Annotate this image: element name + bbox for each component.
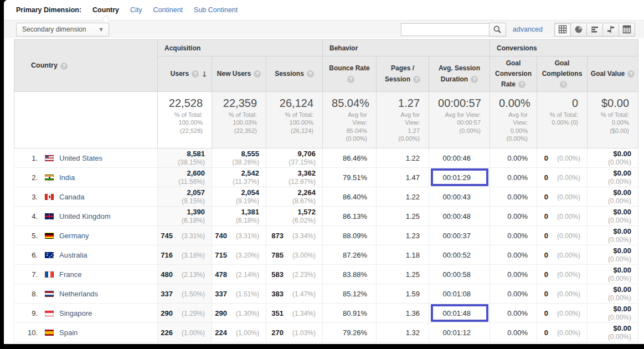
advanced-search-link[interactable]: advanced: [513, 25, 543, 33]
help-icon[interactable]: ?: [307, 70, 314, 78]
primary-dimension-sub-continent[interactable]: Sub Continent: [194, 6, 238, 14]
bounce-rate-cell: 79.26%: [323, 323, 377, 342]
users-cell: 8,581(38.15%): [158, 148, 212, 168]
country-flag-icon: [45, 291, 54, 297]
goal-completions-cell: 0(0.00%): [537, 304, 588, 323]
help-icon[interactable]: ?: [471, 76, 478, 83]
help-icon[interactable]: ?: [347, 76, 354, 83]
search-input[interactable]: [401, 23, 490, 36]
new-users-column-header[interactable]: New Users?: [212, 57, 266, 92]
country-link[interactable]: India: [59, 173, 75, 182]
country-cell: 7. France: [14, 265, 158, 284]
comparison-view-icon: [606, 25, 615, 34]
goal-value-cell: $0.00(0.00%): [588, 284, 638, 304]
performance-view-button[interactable]: [586, 23, 603, 37]
total-cell: 85.04%Avg for View: 85.04% (0.00%): [323, 92, 377, 148]
sessions-cell: 583(2.23%): [266, 265, 323, 284]
total-cell: 26,124% of Total: 100.00% (26,124): [266, 92, 323, 148]
primary-dimension-continent[interactable]: Continent: [153, 6, 183, 14]
goal-conv-rate-cell: 0.00%: [490, 304, 537, 323]
goal-value-cell: $0.00(0.00%): [588, 304, 638, 323]
goal-value-cell: $0.00(0.00%): [588, 168, 638, 187]
table-row: 10. Spain 226(1.00%) 224(1.00%) 270(1.03…: [14, 323, 638, 342]
country-link[interactable]: Singapore: [59, 309, 92, 317]
table-row: 1. United States 8,581(38.15%) 8,555(38.…: [14, 148, 638, 168]
country-flag-icon: [45, 330, 54, 336]
row-rank: 8.: [24, 290, 38, 298]
avg-session-duration-column-header[interactable]: Avg. Session Duration?: [429, 57, 490, 92]
goal-completions-cell: 0(0.00%): [537, 187, 588, 207]
country-link[interactable]: Canada: [59, 193, 85, 201]
table-row: 8. Netherlands 337(1.50%) 337(1.51%) 383…: [14, 284, 638, 304]
users-column-header[interactable]: Users? ↓: [158, 57, 212, 92]
country-link[interactable]: France: [59, 270, 81, 279]
goal-value-column-header[interactable]: Goal Value?: [588, 57, 638, 92]
help-icon[interactable]: ?: [192, 70, 199, 78]
analytics-report-window: Primary Dimension: Country City Continen…: [4, 0, 644, 344]
country-link[interactable]: Netherlands: [59, 290, 98, 298]
duration-highlight-box: [431, 304, 488, 322]
goal-value-cell: $0.00(0.00%): [588, 226, 638, 245]
table-footer: Show rows: 10 ▼ Go to: 1 - 10 of 149 ‹ ›: [4, 342, 644, 344]
view-toggle-group: [555, 23, 635, 37]
goal-conversion-rate-column-header[interactable]: Goal Conversion Rate?: [490, 57, 537, 92]
country-link[interactable]: United Kingdom: [59, 212, 111, 220]
performance-view-icon: [590, 25, 599, 34]
behavior-group-header: Behavior: [323, 40, 490, 57]
avg-duration-cell: 00:00:37: [429, 226, 490, 245]
goal-conv-rate-cell: 0.00%: [490, 226, 537, 245]
pages-session-column-header[interactable]: Pages / Session?: [377, 57, 429, 92]
bounce-rate-column-header[interactable]: Bounce Rate?: [323, 57, 377, 92]
sessions-column-header[interactable]: Sessions?: [266, 57, 323, 92]
help-icon[interactable]: ?: [518, 81, 525, 88]
toolbar-right: advanced: [401, 23, 635, 37]
country-cell: 6. Australia: [14, 245, 158, 265]
help-icon[interactable]: ?: [627, 70, 635, 78]
avg-duration-cell: 00:00:58: [429, 265, 490, 284]
pages-session-cell: 1.47: [377, 168, 429, 187]
goal-completions-cell: 0(0.00%): [537, 148, 588, 168]
table-row: 3. Canada 2,057(9.15%) 2,054(9.19%) 2,26…: [14, 187, 638, 207]
secondary-dimension-button[interactable]: Secondary dimension ▼: [16, 23, 109, 37]
pages-session-cell: 1.22: [377, 187, 429, 207]
goal-completions-column-header[interactable]: Goal Completions?: [537, 57, 588, 92]
table-view-button[interactable]: [554, 23, 571, 37]
primary-dimension-country[interactable]: Country: [92, 6, 119, 14]
percentage-view-button[interactable]: [570, 23, 587, 37]
total-cell: 00:00:57Avg for View: 00:00:57 (0.00%): [429, 92, 490, 148]
totals-country-cell: [14, 92, 158, 148]
country-link[interactable]: Australia: [59, 251, 87, 259]
pages-session-cell: 1.36: [377, 304, 429, 323]
country-flag-icon: [45, 271, 54, 278]
help-icon[interactable]: ?: [560, 81, 567, 88]
table-row: 2. India 2,600(11.56%) 2,542(11.37%) 3,3…: [14, 168, 638, 187]
country-link[interactable]: Spain: [59, 329, 78, 337]
sessions-cell: 270(1.03%): [266, 323, 323, 342]
search-button[interactable]: [489, 23, 506, 37]
bounce-rate-cell: 83.88%: [323, 265, 377, 284]
bounce-rate-cell: 85.12%: [323, 284, 377, 304]
new-users-cell: 8,555(38.26%): [212, 148, 266, 168]
new-users-cell: 715(3.20%): [212, 245, 266, 265]
country-link[interactable]: Germany: [59, 232, 89, 240]
table-body: 1. United States 8,581(38.15%) 8,555(38.…: [14, 148, 638, 342]
new-users-cell: 1,381(6.18%): [212, 207, 266, 226]
country-flag-icon: [45, 174, 54, 181]
report-table-wrap: Country? Acquisition Behavior Conversion…: [4, 38, 644, 342]
help-icon[interactable]: ?: [254, 70, 261, 78]
bounce-rate-cell: 86.46%: [323, 148, 377, 168]
avg-duration-cell: 00:01:08: [429, 284, 490, 304]
country-link[interactable]: United States: [59, 154, 102, 162]
country-flag-icon: [45, 252, 54, 258]
comparison-view-button[interactable]: [602, 23, 619, 37]
table-row: 5. Germany 745(3.31%) 740(3.31%) 873(3.3…: [14, 226, 638, 245]
sessions-cell: 3,362(12.87%): [266, 168, 323, 187]
avg-duration-cell: 00:01:12: [429, 323, 490, 342]
country-cell: 2. India: [14, 168, 158, 187]
help-icon[interactable]: ?: [413, 76, 420, 83]
secondary-dimension-label: Secondary dimension: [22, 25, 86, 33]
primary-dimension-city[interactable]: City: [130, 6, 142, 14]
pivot-view-button[interactable]: [619, 23, 635, 37]
help-icon[interactable]: ?: [60, 63, 68, 70]
country-column-header[interactable]: Country?: [14, 40, 158, 92]
